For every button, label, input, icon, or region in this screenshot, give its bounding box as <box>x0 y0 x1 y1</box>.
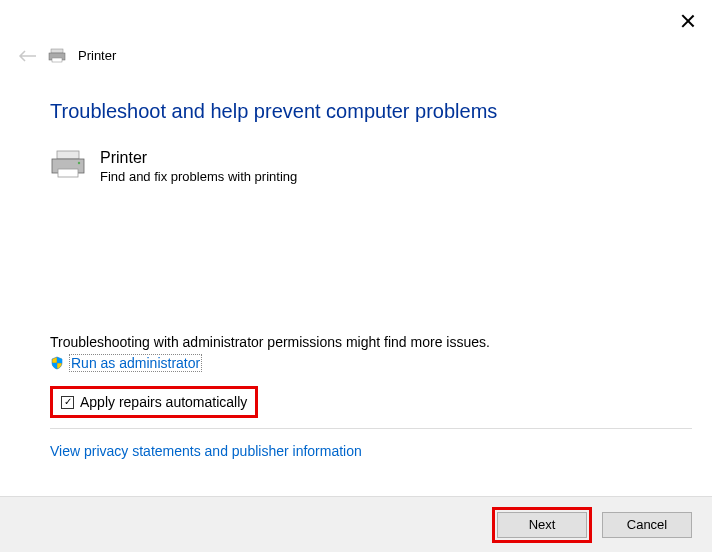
divider <box>50 428 692 429</box>
back-arrow-icon <box>18 49 36 63</box>
next-button-highlight: Next <box>492 507 592 543</box>
svg-rect-3 <box>57 151 79 159</box>
svg-point-6 <box>78 162 80 164</box>
apply-repairs-label: Apply repairs automatically <box>80 394 247 410</box>
troubleshooter-description: Find and fix problems with printing <box>100 169 297 184</box>
footer: Next Cancel <box>0 496 712 552</box>
privacy-link[interactable]: View privacy statements and publisher in… <box>50 443 362 459</box>
next-button[interactable]: Next <box>497 512 587 538</box>
troubleshooter-item: Printer Find and fix problems with print… <box>50 149 692 184</box>
run-as-admin-link[interactable]: Run as administrator <box>69 354 202 372</box>
apply-repairs-checkbox[interactable]: ✓ <box>61 396 74 409</box>
close-icon[interactable] <box>680 14 694 28</box>
header: Printer <box>18 48 116 63</box>
troubleshooter-name: Printer <box>100 149 297 167</box>
svg-rect-2 <box>52 58 62 62</box>
svg-rect-0 <box>51 49 63 53</box>
printer-header-icon <box>48 48 66 63</box>
shield-icon <box>50 356 64 370</box>
printer-icon <box>50 149 86 179</box>
apply-repairs-highlight: ✓ Apply repairs automatically <box>50 386 258 418</box>
svg-rect-5 <box>58 169 78 177</box>
cancel-button[interactable]: Cancel <box>602 512 692 538</box>
page-title: Troubleshoot and help prevent computer p… <box>50 100 692 123</box>
header-title: Printer <box>78 48 116 63</box>
admin-note: Troubleshooting with administrator permi… <box>50 334 692 350</box>
